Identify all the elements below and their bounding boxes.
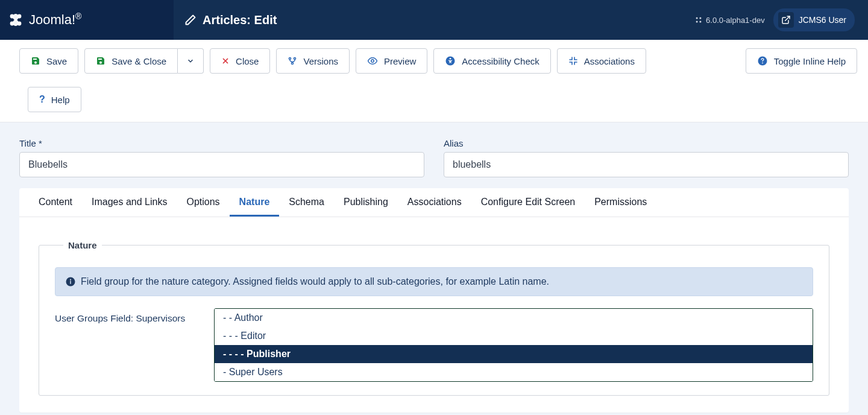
save-close-button[interactable]: Save & Close — [84, 48, 178, 74]
title-label: Title * — [19, 138, 424, 148]
save-icon — [31, 56, 40, 66]
associations-button[interactable]: Associations — [557, 48, 646, 74]
svg-point-6 — [696, 21, 698, 22]
eye-icon — [367, 55, 378, 66]
tab-images-links[interactable]: Images and Links — [82, 188, 177, 217]
svg-point-21 — [70, 279, 71, 280]
svg-point-13 — [292, 62, 294, 64]
toggle-inline-help-button[interactable]: Toggle Inline Help — [746, 48, 857, 74]
brand-block: Joomla!® — [0, 0, 174, 40]
pencil-icon — [184, 14, 197, 26]
svg-point-7 — [699, 21, 701, 22]
svg-point-14 — [371, 60, 374, 63]
option-editor[interactable]: - - - Editor — [215, 327, 813, 345]
tab-schema[interactable]: Schema — [279, 188, 334, 217]
option-author[interactable]: - - Author — [215, 309, 813, 327]
tab-permissions[interactable]: Permissions — [585, 188, 656, 217]
preview-button[interactable]: Preview — [356, 48, 427, 74]
tab-configure-edit[interactable]: Configure Edit Screen — [471, 188, 585, 217]
close-icon — [221, 57, 230, 65]
joomla-mark-icon — [694, 16, 703, 24]
tab-nature[interactable]: Nature — [230, 188, 280, 217]
user-name: JCMS6 User — [799, 15, 846, 25]
version-text: 6.0.0-alpha1-dev — [706, 16, 765, 25]
version-indicator[interactable]: 6.0.0-alpha1-dev — [694, 16, 765, 25]
page-title: Articles: Edit — [203, 13, 277, 27]
tab-panel-nature: Nature Field group for the nature catego… — [19, 217, 849, 413]
tab-options[interactable]: Options — [177, 188, 229, 217]
svg-rect-20 — [70, 281, 71, 284]
option-super-users[interactable]: - Super Users — [215, 363, 813, 381]
accessibility-button[interactable]: Accessibility Check — [433, 48, 550, 74]
branch-icon — [288, 56, 297, 66]
alias-label: Alias — [444, 138, 849, 148]
tab-publishing[interactable]: Publishing — [334, 188, 398, 217]
help-button[interactable]: ? Help — [28, 87, 81, 112]
save-button[interactable]: Save — [19, 48, 78, 74]
accessibility-icon — [445, 55, 456, 66]
svg-point-11 — [289, 57, 291, 59]
tabs: Content Images and Links Options Nature … — [19, 188, 849, 217]
versions-button[interactable]: Versions — [276, 48, 350, 74]
option-publisher[interactable]: - - - - Publisher — [215, 345, 813, 363]
save-icon — [96, 56, 105, 66]
page-title-block: Articles: Edit — [174, 13, 694, 27]
svg-point-16 — [450, 58, 451, 60]
joomla-logo-icon — [6, 10, 25, 30]
tab-content[interactable]: Content — [29, 188, 82, 217]
question-icon: ? — [39, 94, 45, 105]
svg-point-4 — [696, 17, 698, 19]
svg-line-8 — [785, 16, 789, 21]
info-text: Field group for the nature category. Ass… — [81, 276, 549, 287]
close-button[interactable]: Close — [210, 48, 270, 74]
external-link-icon — [778, 12, 794, 28]
title-alias-row: Title * Alias — [0, 122, 868, 188]
header: Joomla!® Articles: Edit 6.0.0-alpha1-dev… — [0, 0, 868, 40]
info-banner: Field group for the nature category. Ass… — [55, 267, 813, 296]
supervisors-row: User Groups Field: Supervisors - - Autho… — [55, 308, 813, 382]
contract-icon — [568, 56, 578, 66]
supervisors-select[interactable]: - - Author - - - Editor - - - - Publishe… — [214, 308, 813, 382]
svg-point-18 — [762, 62, 763, 63]
question-circle-icon — [757, 55, 768, 66]
info-icon — [65, 276, 76, 287]
title-field-group: Title * — [19, 138, 424, 177]
nature-fieldset: Nature Field group for the nature catego… — [39, 240, 829, 396]
svg-point-12 — [294, 57, 296, 59]
nature-legend: Nature — [63, 240, 102, 250]
save-close-dropdown[interactable] — [178, 48, 204, 74]
chevron-down-icon — [186, 57, 195, 65]
alias-input[interactable] — [444, 152, 849, 177]
tab-associations[interactable]: Associations — [398, 188, 471, 217]
user-menu[interactable]: JCMS6 User — [773, 8, 855, 31]
save-close-group: Save & Close — [84, 48, 204, 74]
edit-card: Content Images and Links Options Nature … — [19, 188, 849, 413]
svg-point-5 — [699, 17, 701, 19]
brand-text: Joomla!® — [29, 11, 81, 28]
supervisors-label: User Groups Field: Supervisors — [55, 308, 200, 324]
toolbar: Save Save & Close Close Versions Prev — [0, 40, 868, 122]
title-input[interactable] — [19, 152, 424, 177]
header-right: 6.0.0-alpha1-dev JCMS6 User — [694, 8, 868, 31]
alias-field-group: Alias — [444, 138, 849, 177]
